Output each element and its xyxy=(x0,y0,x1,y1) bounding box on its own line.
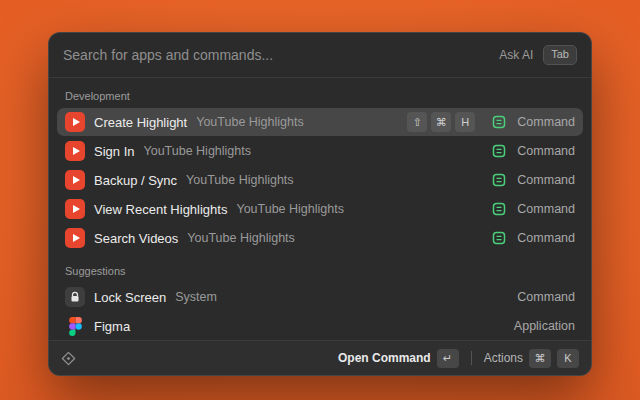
command-type-icon xyxy=(492,202,506,216)
item-subtitle: YouTube Highlights xyxy=(236,202,343,216)
command-type-icon xyxy=(492,231,506,245)
item-title: Sign In xyxy=(94,144,134,159)
item-subtitle: YouTube Highlights xyxy=(186,173,293,187)
actions-button[interactable]: Actions ⌘ K xyxy=(484,349,579,368)
raycast-logo-icon xyxy=(61,351,76,366)
h-key: H xyxy=(455,112,475,132)
item-type: Command xyxy=(517,115,575,129)
enter-key: ↵ xyxy=(437,349,459,368)
item-subtitle: YouTube Highlights xyxy=(196,115,303,129)
item-title: Lock Screen xyxy=(94,290,166,305)
footer-divider xyxy=(471,351,472,365)
youtube-play-icon xyxy=(65,112,85,132)
search-input[interactable] xyxy=(63,47,489,63)
item-type: Command xyxy=(517,173,575,187)
command-type-icon xyxy=(492,173,506,187)
launcher-window: Ask AI Tab Development Create Highlight … xyxy=(48,32,592,376)
command-type-icon xyxy=(492,115,506,129)
youtube-play-icon xyxy=(65,141,85,161)
item-type: Command xyxy=(517,144,575,158)
results-list: Development Create Highlight YouTube Hig… xyxy=(49,78,591,340)
k-key: K xyxy=(557,349,579,368)
youtube-play-icon xyxy=(65,199,85,219)
section-title-suggestions: Suggestions xyxy=(57,253,583,283)
lock-icon xyxy=(65,287,85,307)
open-command-label: Open Command xyxy=(338,351,431,365)
youtube-play-icon xyxy=(65,228,85,248)
ask-ai-label[interactable]: Ask AI xyxy=(499,48,533,62)
item-type: Command xyxy=(517,231,575,245)
item-subtitle: YouTube Highlights xyxy=(143,144,250,158)
shortcut-badges: ⇧ ⌘ H xyxy=(403,112,475,132)
list-item-lock-screen[interactable]: Lock Screen System Command xyxy=(57,283,583,311)
item-title: Figma xyxy=(94,319,130,334)
open-command-button[interactable]: Open Command ↵ xyxy=(338,349,459,368)
search-bar: Ask AI Tab xyxy=(49,33,591,77)
item-type: Command xyxy=(517,202,575,216)
item-title: Backup / Sync xyxy=(94,173,177,188)
tab-key: Tab xyxy=(543,45,577,64)
list-item-backup-sync[interactable]: Backup / Sync YouTube Highlights Command xyxy=(57,166,583,194)
footer-bar: Open Command ↵ Actions ⌘ K xyxy=(49,341,591,375)
list-item-create-highlight[interactable]: Create Highlight YouTube Highlights ⇧ ⌘ … xyxy=(57,108,583,136)
actions-label: Actions xyxy=(484,351,523,365)
list-item-view-recent-highlights[interactable]: View Recent Highlights YouTube Highlight… xyxy=(57,195,583,223)
list-item-sign-in[interactable]: Sign In YouTube Highlights Command xyxy=(57,137,583,165)
item-title: View Recent Highlights xyxy=(94,202,227,217)
shift-key: ⇧ xyxy=(407,112,427,132)
figma-icon xyxy=(65,316,85,336)
command-key: ⌘ xyxy=(529,349,551,368)
item-type: Application xyxy=(514,319,575,333)
item-subtitle: System xyxy=(175,290,217,304)
list-item-figma[interactable]: Figma Application xyxy=(57,312,583,340)
item-subtitle: YouTube Highlights xyxy=(187,231,294,245)
list-item-search-videos[interactable]: Search Videos YouTube Highlights Command xyxy=(57,224,583,252)
item-title: Search Videos xyxy=(94,231,178,246)
item-title: Create Highlight xyxy=(94,115,187,130)
section-title-development: Development xyxy=(57,82,583,108)
command-key: ⌘ xyxy=(431,112,451,132)
youtube-play-icon xyxy=(65,170,85,190)
item-type: Command xyxy=(517,290,575,304)
command-type-icon xyxy=(492,144,506,158)
